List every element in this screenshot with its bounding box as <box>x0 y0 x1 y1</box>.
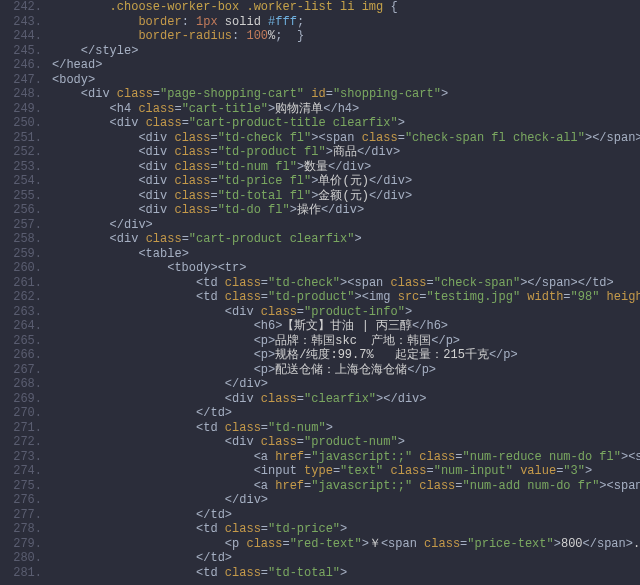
line-number: 245. <box>0 44 42 59</box>
line-number: 275. <box>0 479 42 494</box>
code-line[interactable]: <div class="td-do fl">操作</div> <box>52 203 640 218</box>
code-line[interactable]: <div class="td-check fl"><span class="ch… <box>52 131 640 146</box>
line-number: 249. <box>0 102 42 117</box>
code-line[interactable]: </style> <box>52 44 640 59</box>
line-number: 280. <box>0 551 42 566</box>
code-line[interactable]: </td> <box>52 551 640 566</box>
line-number: 264. <box>0 319 42 334</box>
line-number: 272. <box>0 435 42 450</box>
code-line[interactable]: <div class="cart-product-title clearfix"… <box>52 116 640 131</box>
line-number: 256. <box>0 203 42 218</box>
code-line[interactable]: <p class="red-text">￥<span class="price-… <box>52 537 640 552</box>
code-line[interactable]: <td class="td-num"> <box>52 421 640 436</box>
code-line[interactable]: <a href="javascript:;" class="num-reduce… <box>52 450 640 465</box>
line-number: 260. <box>0 261 42 276</box>
code-line[interactable]: <a href="javascript:;" class="num-add nu… <box>52 479 640 494</box>
code-line[interactable]: <h4 class="cart-title">购物清单</h4> <box>52 102 640 117</box>
code-line[interactable]: </td> <box>52 508 640 523</box>
line-number: 266. <box>0 348 42 363</box>
code-line[interactable]: border: 1px solid #fff; <box>52 15 640 30</box>
line-number: 265. <box>0 334 42 349</box>
code-line[interactable]: <table> <box>52 247 640 262</box>
code-line[interactable]: <div class="clearfix"></div> <box>52 392 640 407</box>
line-number: 262. <box>0 290 42 305</box>
code-line[interactable]: <div class="product-num"> <box>52 435 640 450</box>
line-number: 279. <box>0 537 42 552</box>
code-line[interactable]: <td class="td-total"> <box>52 566 640 581</box>
line-number: 253. <box>0 160 42 175</box>
line-gutter: 242.243.244.245.246.247.248.249.250.251.… <box>0 0 48 585</box>
code-line[interactable]: </td> <box>52 406 640 421</box>
code-line[interactable]: </div> <box>52 493 640 508</box>
code-area[interactable]: .choose-worker-box .worker-list li img {… <box>48 0 640 585</box>
code-line[interactable]: <tbody><tr> <box>52 261 640 276</box>
line-number: 259. <box>0 247 42 262</box>
line-number: 263. <box>0 305 42 320</box>
code-line[interactable]: <h6>【斯文】甘油 | 丙三醇</h6> <box>52 319 640 334</box>
line-number: 278. <box>0 522 42 537</box>
line-number: 250. <box>0 116 42 131</box>
line-number: 258. <box>0 232 42 247</box>
code-line[interactable]: </head> <box>52 58 640 73</box>
line-number: 276. <box>0 493 42 508</box>
line-number: 255. <box>0 189 42 204</box>
code-line[interactable]: <div class="page-shopping-cart" id="shop… <box>52 87 640 102</box>
line-number: 252. <box>0 145 42 160</box>
code-line[interactable]: <td class="td-product"><img src="testimg… <box>52 290 640 305</box>
code-line[interactable]: <p>规格/纯度:99.7% 起定量：215千克</p> <box>52 348 640 363</box>
line-number: 247. <box>0 73 42 88</box>
line-number: 268. <box>0 377 42 392</box>
code-line[interactable]: .choose-worker-box .worker-list li img { <box>52 0 640 15</box>
line-number: 248. <box>0 87 42 102</box>
line-number: 257. <box>0 218 42 233</box>
code-line[interactable]: <td class="td-check"><span class="check-… <box>52 276 640 291</box>
code-line[interactable]: <td class="td-price"> <box>52 522 640 537</box>
code-line[interactable]: <p>配送仓储：上海仓海仓储</p> <box>52 363 640 378</box>
line-number: 273. <box>0 450 42 465</box>
line-number: 271. <box>0 421 42 436</box>
code-line[interactable]: <p>品牌：韩国skc 产地：韩国</p> <box>52 334 640 349</box>
code-line[interactable]: </div> <box>52 218 640 233</box>
line-number: 274. <box>0 464 42 479</box>
code-line[interactable]: border-radius: 100%; } <box>52 29 640 44</box>
line-number: 270. <box>0 406 42 421</box>
code-line[interactable]: </div> <box>52 377 640 392</box>
code-line[interactable]: <div class="product-info"> <box>52 305 640 320</box>
line-number: 261. <box>0 276 42 291</box>
line-number: 277. <box>0 508 42 523</box>
code-line[interactable]: <div class="cart-product clearfix"> <box>52 232 640 247</box>
code-line[interactable]: <div class="td-total fl">金额(元)</div> <box>52 189 640 204</box>
line-number: 246. <box>0 58 42 73</box>
line-number: 267. <box>0 363 42 378</box>
code-line[interactable]: <div class="td-price fl">单价(元)</div> <box>52 174 640 189</box>
code-line[interactable]: <body> <box>52 73 640 88</box>
code-line[interactable]: <div class="td-num fl">数量</div> <box>52 160 640 175</box>
line-number: 254. <box>0 174 42 189</box>
code-editor: 242.243.244.245.246.247.248.249.250.251.… <box>0 0 640 585</box>
line-number: 281. <box>0 566 42 581</box>
line-number: 244. <box>0 29 42 44</box>
line-number: 269. <box>0 392 42 407</box>
line-number: 251. <box>0 131 42 146</box>
code-line[interactable]: <input type="text" class="num-input" val… <box>52 464 640 479</box>
line-number: 243. <box>0 15 42 30</box>
code-line[interactable]: <div class="td-product fl">商品</div> <box>52 145 640 160</box>
line-number: 242. <box>0 0 42 15</box>
